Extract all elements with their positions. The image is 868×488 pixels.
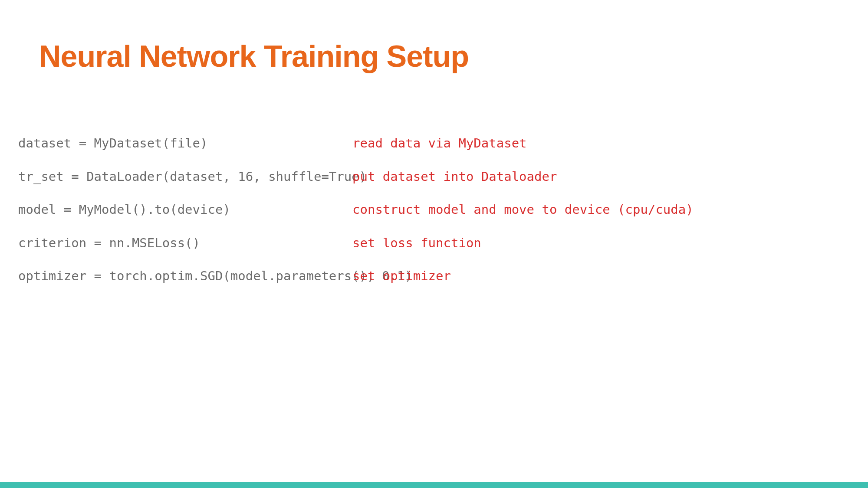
- code-text: optimizer = torch.optim.SGD(model.parame…: [18, 267, 348, 285]
- code-text: model = MyModel().to(device): [18, 201, 348, 219]
- code-comment: construct model and move to device (cpu/…: [352, 201, 694, 219]
- code-row: model = MyModel().to(device) construct m…: [18, 201, 851, 219]
- code-text: tr_set = DataLoader(dataset, 16, shuffle…: [18, 168, 348, 186]
- slide: Neural Network Training Setup dataset = …: [0, 0, 868, 488]
- code-row: optimizer = torch.optim.SGD(model.parame…: [18, 267, 851, 285]
- code-content: dataset = MyDataset(file) read data via …: [18, 134, 851, 285]
- code-comment: set loss function: [352, 234, 481, 252]
- code-comment: set optimizer: [352, 267, 451, 285]
- code-comment: put dataset into Dataloader: [352, 168, 557, 186]
- code-row: dataset = MyDataset(file) read data via …: [18, 134, 851, 152]
- code-row: criterion = nn.MSELoss() set loss functi…: [18, 234, 851, 252]
- code-text: criterion = nn.MSELoss(): [18, 234, 348, 252]
- code-text: dataset = MyDataset(file): [18, 134, 348, 152]
- code-row: tr_set = DataLoader(dataset, 16, shuffle…: [18, 168, 851, 186]
- code-comment: read data via MyDataset: [352, 134, 527, 152]
- footer-accent-bar: [0, 482, 868, 488]
- slide-title: Neural Network Training Setup: [39, 39, 851, 74]
